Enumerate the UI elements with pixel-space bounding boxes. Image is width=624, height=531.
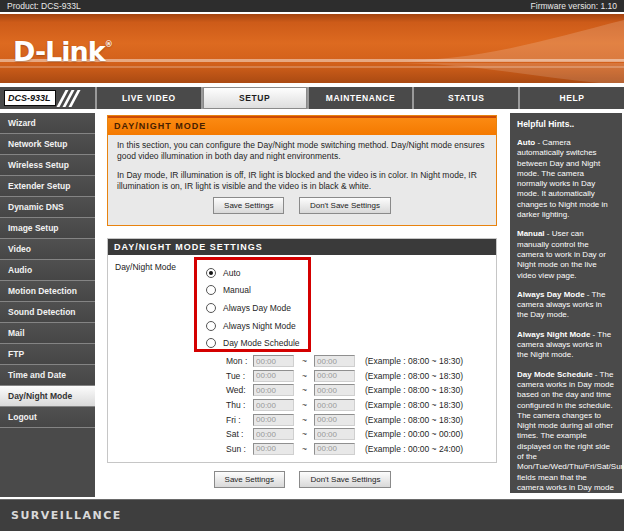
schedule-row-thu: Thu : ~ (Example : 08:00 ~ 18:30) xyxy=(226,398,463,413)
schedule-example: (Example : 08:00 ~ 18:30) xyxy=(365,400,463,410)
schedule-to-input[interactable] xyxy=(314,370,355,382)
schedule-example: (Example : 08:00 ~ 18:30) xyxy=(365,356,463,366)
sidebar-item-extender-setup[interactable]: Extender Setup xyxy=(0,176,95,197)
section-description-2: In Day mode, IR illumination is off, IR … xyxy=(117,170,487,191)
sidebar-item-image-setup[interactable]: Image Setup xyxy=(0,218,95,239)
schedule-day-label: Mon : xyxy=(226,356,253,366)
nav-tab-help[interactable]: HELP xyxy=(518,87,624,109)
schedule-from-input[interactable] xyxy=(253,428,294,440)
schedule-to-input[interactable] xyxy=(314,399,355,411)
nav-tab-maintenance[interactable]: MAINTENANCE xyxy=(307,87,413,109)
tilde-separator: ~ xyxy=(299,371,310,381)
radio-option-auto[interactable]: Auto xyxy=(206,264,308,282)
sidebar-item-ftp[interactable]: FTP xyxy=(0,344,95,365)
mode-radio-group-highlight: Auto Manual Always Day Mode Always Night… xyxy=(194,257,311,352)
hint-entry-always-night-mode: Always Night Mode - The camera always wo… xyxy=(517,330,615,361)
tilde-separator: ~ xyxy=(299,429,310,439)
sidebar-item-sound-detection[interactable]: Sound Detection xyxy=(0,302,95,323)
settings-title: DAY/NIGHT MODE SETTINGS xyxy=(108,239,496,255)
content-area: DAY/NIGHT MODE In this section, you can … xyxy=(95,113,510,499)
nav-tab-status[interactable]: STATUS xyxy=(412,87,518,109)
schedule-row-wed: Wed: ~ (Example : 08:00 ~ 18:30) xyxy=(226,383,463,398)
hint-entry-always-day-mode: Always Day Mode - The camera always work… xyxy=(517,290,615,321)
sidebar-item-mail[interactable]: Mail xyxy=(0,323,95,344)
dlink-logo: D-Link® xyxy=(13,36,113,67)
dont-save-settings-button-top[interactable]: Don't Save Settings xyxy=(299,197,391,214)
hint-entry-day-mode-schedule: Day Mode Schedule - The camera works in … xyxy=(517,370,615,493)
schedule-from-input[interactable] xyxy=(253,443,294,455)
sidebar-item-video[interactable]: Video xyxy=(0,239,95,260)
nav-left: DCS-933L xyxy=(0,87,95,109)
schedule-day-label: Sat : xyxy=(226,429,253,439)
nav-tabs: LIVE VIDEO SETUP MAINTENANCE STATUS HELP xyxy=(95,87,624,109)
sidebar-item-wireless-setup[interactable]: Wireless Setup xyxy=(0,155,95,176)
product-label: Product: DCS-933L xyxy=(7,1,81,11)
schedule-row-fri: Fri : ~ (Example : 08:00 ~ 18:30) xyxy=(226,412,463,427)
sidebar-menu: Wizard Network Setup Wireless Setup Exte… xyxy=(0,113,95,497)
schedule-example: (Example : 00:00 ~ 24:00) xyxy=(365,444,463,454)
radio-option-day-mode-schedule[interactable]: Day Mode Schedule xyxy=(206,334,308,352)
brand-banner: D-Link® xyxy=(0,14,624,85)
tilde-separator: ~ xyxy=(299,444,310,454)
schedule-to-input[interactable] xyxy=(314,384,355,396)
stripes-icon xyxy=(61,90,79,107)
tilde-separator: ~ xyxy=(299,385,310,395)
radio-icon[interactable] xyxy=(206,268,216,278)
top-status-bar: Product: DCS-933L Firmware version: 1.10 xyxy=(0,0,624,14)
nav-bar: DCS-933L LIVE VIDEO SETUP MAINTENANCE ST… xyxy=(0,87,624,111)
schedule-from-input[interactable] xyxy=(253,414,294,426)
tilde-separator: ~ xyxy=(299,415,310,425)
sidebar-item-motion-detection[interactable]: Motion Detection xyxy=(0,281,95,302)
schedule-day-label: Sun : xyxy=(226,444,253,454)
nav-tab-live-video[interactable]: LIVE VIDEO xyxy=(95,87,201,109)
schedule-to-input[interactable] xyxy=(314,355,355,367)
schedule-row-sun: Sun : ~ (Example : 00:00 ~ 24:00) xyxy=(226,442,463,457)
schedule-row-tue: Tue : ~ (Example : 08:00 ~ 18:30) xyxy=(226,369,463,384)
schedule-from-input[interactable] xyxy=(253,355,294,367)
day-mode-schedule: Mon : ~ (Example : 08:00 ~ 18:30) Tue : … xyxy=(226,354,463,456)
schedule-to-input[interactable] xyxy=(314,443,355,455)
schedule-to-input[interactable] xyxy=(314,414,355,426)
schedule-day-label: Fri : xyxy=(226,415,253,425)
schedule-from-input[interactable] xyxy=(253,399,294,411)
sidebar-item-wizard[interactable]: Wizard xyxy=(0,113,95,134)
footer-bar: SURVEILLANCE xyxy=(0,499,624,531)
tilde-separator: ~ xyxy=(299,356,310,366)
radio-icon[interactable] xyxy=(206,338,216,348)
schedule-example: (Example : 00:00 ~ 00:00) xyxy=(365,429,463,439)
firmware-label: Firmware version: 1.10 xyxy=(531,1,617,11)
save-settings-button-bottom[interactable]: Save Settings xyxy=(214,471,285,488)
radio-icon[interactable] xyxy=(206,285,216,295)
sidebar-item-network-setup[interactable]: Network Setup xyxy=(0,134,95,155)
day-night-mode-settings-section: DAY/NIGHT MODE SETTINGS Day/Night Mode A… xyxy=(107,238,497,463)
model-badge: DCS-933L xyxy=(4,90,56,106)
schedule-to-input[interactable] xyxy=(314,428,355,440)
sidebar-item-logout[interactable]: Logout xyxy=(0,407,95,428)
schedule-day-label: Tue : xyxy=(226,371,253,381)
sidebar-item-audio[interactable]: Audio xyxy=(0,260,95,281)
helpful-hints-panel: Helpful Hints.. Auto - Camera automatica… xyxy=(510,113,622,493)
radio-option-manual[interactable]: Manual xyxy=(206,282,308,300)
sidebar-item-day-night-mode[interactable]: Day/Night Mode xyxy=(0,386,95,407)
radio-option-always-day-mode[interactable]: Always Day Mode xyxy=(206,299,308,317)
sidebar-item-time-and-date[interactable]: Time and Date xyxy=(0,365,95,386)
radio-icon[interactable] xyxy=(206,303,216,313)
section-title: DAY/NIGHT MODE xyxy=(108,116,496,135)
schedule-row-mon: Mon : ~ (Example : 08:00 ~ 18:30) xyxy=(226,354,463,369)
radio-icon[interactable] xyxy=(206,321,216,331)
dont-save-settings-button-bottom[interactable]: Don't Save Settings xyxy=(299,471,391,488)
save-settings-button-top[interactable]: Save Settings xyxy=(213,197,284,214)
schedule-day-label: Wed: xyxy=(226,385,253,395)
hints-title: Helpful Hints.. xyxy=(517,119,615,129)
schedule-from-input[interactable] xyxy=(253,384,294,396)
radio-option-always-night-mode[interactable]: Always Night Mode xyxy=(206,317,308,335)
schedule-from-input[interactable] xyxy=(253,370,294,382)
sidebar-item-dynamic-dns[interactable]: Dynamic DNS xyxy=(0,197,95,218)
schedule-row-sat: Sat : ~ (Example : 00:00 ~ 00:00) xyxy=(226,427,463,442)
registered-mark-icon: ® xyxy=(105,40,113,49)
schedule-example: (Example : 08:00 ~ 18:30) xyxy=(365,371,463,381)
hint-entry-manual: Manual - User can manually control the c… xyxy=(517,229,615,280)
schedule-example: (Example : 08:00 ~ 18:30) xyxy=(365,415,463,425)
nav-tab-setup[interactable]: SETUP xyxy=(201,87,307,109)
main-region: Wizard Network Setup Wireless Setup Exte… xyxy=(0,113,624,499)
